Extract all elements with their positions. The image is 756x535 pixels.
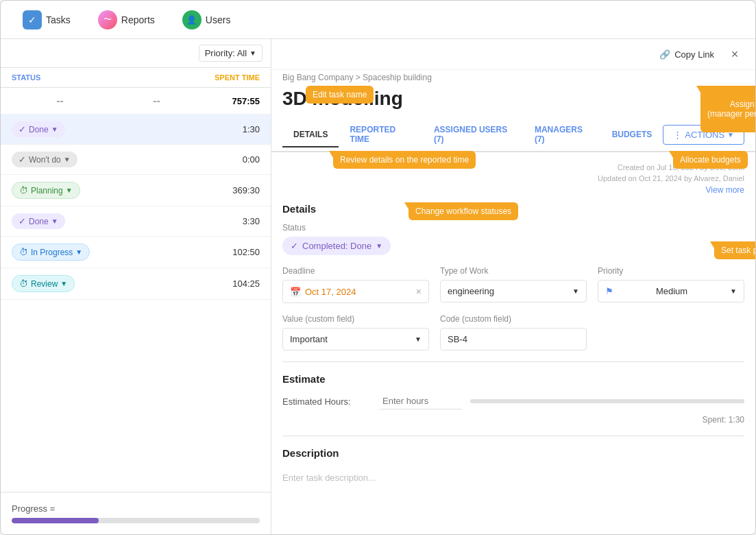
- deadline-input[interactable]: 📅 Oct 17, 2024 ×: [282, 280, 429, 303]
- status-done: ✓ Done ▼: [12, 121, 205, 137]
- list-item-planning[interactable]: ⏱ Planning ▼ 369:30: [1, 175, 271, 206]
- status-wontdo: ✓ Won't do ▼: [12, 152, 205, 167]
- nav-reports[interactable]: 〜 Reports: [87, 5, 166, 35]
- tab-budgets[interactable]: BUDGETS: [601, 123, 663, 147]
- type-of-work-select[interactable]: engineering ▼: [440, 280, 587, 302]
- top-nav: ✓ Tasks 〜 Reports 👤 Users: [1, 1, 755, 39]
- status-review: ⏱ Review ▼: [12, 275, 205, 292]
- nav-users[interactable]: 👤 Users: [171, 5, 242, 35]
- clock-icon: ⏱: [19, 278, 28, 289]
- list-item-done[interactable]: ✓ Done ▼ 1:30: [1, 115, 271, 145]
- value-select[interactable]: Important ▼: [282, 328, 429, 350]
- done2-badge[interactable]: ✓ Done ▼: [12, 213, 65, 229]
- total-row: -- -- 757:55: [1, 88, 271, 115]
- meta-updated: Updated on Oct 21, 2024 by Alvarez, Dani…: [282, 174, 744, 182]
- chevron-down-icon: ▼: [64, 156, 71, 163]
- actions-label: ACTIONS: [685, 130, 724, 140]
- tabs-row: DETAILS REPORTED TIME ASSIGNED USERS (7)…: [271, 118, 755, 152]
- review-badge[interactable]: ⏱ Review ▼: [12, 275, 75, 292]
- done-time: 1:30: [205, 124, 260, 134]
- task-title-text: 3D modelling: [282, 88, 403, 109]
- tab-assigned-label: ASSIGNED USERS (7): [434, 125, 507, 144]
- priority-field: Priority ⚑ Medium ▼: [598, 266, 744, 303]
- priority-filter-label: Priority: All: [205, 48, 247, 58]
- spent-time-column-header: Spent Time: [205, 73, 260, 82]
- left-toolbar: Priority: All ▼: [1, 39, 271, 68]
- description-section: Description Enter task description...: [282, 436, 744, 488]
- chevron-down-icon: ▼: [75, 248, 82, 256]
- status-planning: ⏱ Planning ▼: [12, 182, 205, 199]
- code-field-label: Code (custom field): [440, 314, 587, 324]
- list-item-done2[interactable]: ✓ Done ▼ 3:30: [1, 206, 271, 237]
- actions-button[interactable]: ⋮ ACTIONS ▼: [663, 125, 744, 145]
- tab-managers[interactable]: MANAGERS (7): [524, 118, 601, 152]
- progress-label: Progress =: [12, 503, 260, 514]
- status-field-label: Status: [282, 223, 744, 233]
- breadcrumb-text: Big Bang Company > Spaceship building: [282, 73, 432, 82]
- type-of-work-label: Type of Work: [440, 266, 587, 276]
- list-item-inprogress[interactable]: ⏱ In Progress ▼ 102:50: [1, 237, 271, 268]
- close-button[interactable]: ×: [725, 45, 744, 64]
- meta-created: Created on Jul 16, 2024 by Doe, John: [282, 163, 744, 171]
- task-title[interactable]: 3D modelling: [271, 85, 755, 118]
- tab-details[interactable]: DETAILS: [282, 123, 339, 147]
- code-field: Code (custom field) SB-4: [440, 314, 587, 350]
- clock-icon: ⏱: [19, 185, 28, 195]
- type-of-work-field: Type of Work engineering ▼: [440, 266, 587, 303]
- list-item-wontdo[interactable]: ✓ Won't do ▼ 0:00: [1, 145, 271, 175]
- tab-assigned-users[interactable]: ASSIGNED USERS (7): [423, 118, 524, 152]
- deadline-value: Oct 17, 2024: [305, 287, 356, 297]
- date-clear-icon[interactable]: ×: [416, 286, 422, 297]
- main-area: Priority: All ▼ Status Spent Time -- -- …: [1, 39, 755, 534]
- tab-reported-time[interactable]: REPORTED TIME: [339, 118, 422, 152]
- status-field: Status ✓ Completed: Done ▼: [282, 223, 744, 255]
- estimated-hours-label: Estimated Hours:: [282, 396, 371, 407]
- copy-link-button[interactable]: 🔗 Copy Link: [654, 47, 720, 62]
- progress-section: Progress =: [1, 492, 271, 534]
- cancel-circle-icon: ✓: [19, 154, 26, 165]
- wontdo-badge[interactable]: ✓ Won't do ▼: [12, 152, 77, 167]
- breadcrumb: Big Bang Company > Spaceship building: [271, 70, 755, 85]
- priority-label: Priority: [598, 266, 744, 276]
- priority-filter[interactable]: Priority: All ▼: [199, 45, 263, 62]
- right-header: 🔗 Copy Link ×: [271, 39, 755, 70]
- list-item-review[interactable]: ⏱ Review ▼ 104:25: [1, 268, 271, 300]
- chevron-down-icon: ▼: [66, 187, 73, 194]
- estimated-hours-input[interactable]: [380, 393, 462, 409]
- value-field-value: Important: [290, 334, 328, 344]
- users-icon: 👤: [182, 10, 202, 29]
- nav-users-label: Users: [206, 14, 231, 25]
- panel-content: Created on Jul 16, 2024 by Doe, John Upd…: [271, 152, 755, 534]
- description-placeholder[interactable]: Enter task description...: [282, 467, 744, 488]
- value-field: Value (custom field) Important ▼: [282, 314, 429, 350]
- view-more-link[interactable]: View more: [282, 185, 744, 195]
- value-field-label: Value (custom field): [282, 314, 429, 324]
- reports-icon: 〜: [98, 10, 117, 29]
- code-input[interactable]: SB-4: [440, 328, 587, 350]
- deadline-field: Deadline 📅 Oct 17, 2024 ×: [282, 266, 429, 303]
- chevron-down-icon: ▼: [249, 49, 256, 57]
- tab-budgets-label: BUDGETS: [612, 130, 653, 139]
- progress-bar-fill: [12, 518, 99, 523]
- planning-badge[interactable]: ⏱ Planning ▼: [12, 182, 80, 199]
- calendar-icon: 📅: [290, 287, 301, 297]
- chevron-down-icon: ▼: [376, 242, 382, 250]
- tab-details-label: DETAILS: [293, 130, 328, 139]
- copy-link-label: Copy Link: [674, 49, 714, 60]
- estimate-section-title: Estimate: [282, 373, 744, 385]
- check-circle-icon: ✓: [19, 216, 26, 226]
- details-section-title: Details: [282, 203, 744, 215]
- nav-tasks[interactable]: ✓ Tasks: [12, 5, 82, 35]
- tasks-icon: ✓: [23, 10, 42, 29]
- chevron-down-icon: ▼: [415, 335, 422, 343]
- wontdo-time: 0:00: [205, 154, 260, 165]
- status-selector-button[interactable]: ✓ Completed: Done ▼: [282, 237, 391, 255]
- done-badge[interactable]: ✓ Done ▼: [12, 121, 65, 137]
- priority-select[interactable]: ⚑ Medium ▼: [598, 280, 744, 302]
- done2-time: 3:30: [205, 216, 260, 226]
- total-dash2: --: [108, 95, 205, 107]
- list-header: Status Spent Time: [1, 68, 271, 88]
- flag-icon: ⚑: [605, 286, 613, 296]
- inprogress-badge[interactable]: ⏱ In Progress ▼: [12, 243, 90, 261]
- deadline-label: Deadline: [282, 266, 429, 276]
